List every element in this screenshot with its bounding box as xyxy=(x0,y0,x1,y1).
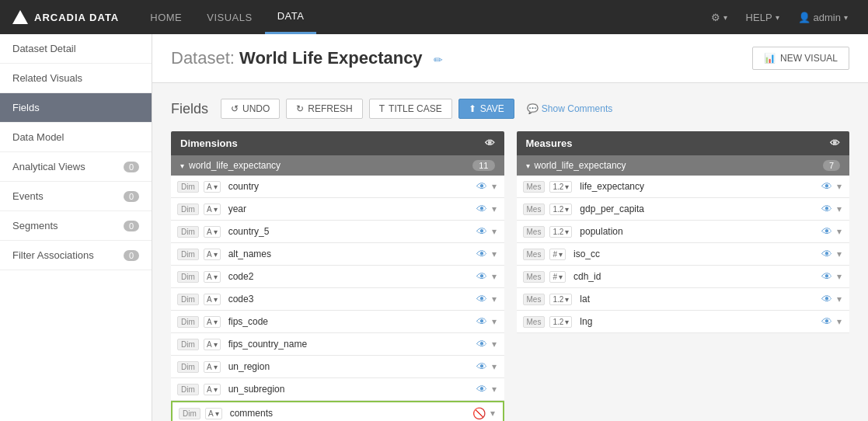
mes-eye-cdh-id[interactable]: 👁 xyxy=(821,270,832,283)
dim-eye-un-subregion[interactable]: 👁 xyxy=(476,383,487,395)
dim-eye-code3[interactable]: 👁 xyxy=(476,293,487,305)
dim-badge-code3: Dim xyxy=(177,294,199,305)
admin-nav-item[interactable]: 👤 admin ▾ xyxy=(790,0,856,34)
dim-eye-year[interactable]: 👁 xyxy=(476,203,487,215)
nav-visuals[interactable]: VISUALS xyxy=(194,0,264,34)
new-visual-button[interactable]: 📊 NEW VISUAL xyxy=(752,47,849,70)
dim-caret-fips-code[interactable]: ▾ xyxy=(490,315,498,329)
mes-badge-lat: Mes xyxy=(523,294,546,305)
dim-subtype-code3[interactable]: A ▾ xyxy=(204,294,221,305)
nav-data[interactable]: DATA xyxy=(265,0,317,34)
refresh-button[interactable]: ↻ REFRESH xyxy=(286,99,362,119)
sidebar-item-events[interactable]: Events 0 xyxy=(0,182,152,211)
dim-eye-fips-country-name[interactable]: 👁 xyxy=(476,338,487,350)
dim-caret-un-region[interactable]: ▾ xyxy=(490,360,498,374)
dim-name-country5: country_5 xyxy=(225,226,472,237)
mes-subtype-life-expectancy[interactable]: 1.2 ▾ xyxy=(549,181,572,193)
save-button[interactable]: ⬆ SAVE xyxy=(458,99,514,119)
dim-eye-country5[interactable]: 👁 xyxy=(476,225,487,238)
show-comments-link[interactable]: 💬 Show Comments xyxy=(527,103,612,114)
sidebar-item-dataset-detail[interactable]: Dataset Detail xyxy=(0,34,152,64)
measures-group-left: ▾ world_life_expectancy xyxy=(526,160,626,171)
dim-subtype-country[interactable]: A ▾ xyxy=(204,181,221,193)
dim-caret-alt-names[interactable]: ▾ xyxy=(490,247,498,261)
mes-subtype-lng[interactable]: 1.2 ▾ xyxy=(549,316,572,328)
dim-eye-country[interactable]: 👁 xyxy=(476,180,487,193)
dim-subtype-un-region[interactable]: A ▾ xyxy=(204,361,221,373)
dimensions-column: Dimensions 👁 ▾ world_life_expectancy 11 … xyxy=(171,131,504,421)
dim-eye-code2[interactable]: 👁 xyxy=(476,270,487,283)
mes-caret-lat[interactable]: ▾ xyxy=(835,292,843,306)
mes-eye-gdp-per-capita[interactable]: 👁 xyxy=(821,203,832,215)
dim-subtype-year[interactable]: A ▾ xyxy=(204,204,221,215)
mes-subtype-population[interactable]: 1.2 ▾ xyxy=(549,226,572,238)
dim-caret-un-subregion[interactable]: ▾ xyxy=(490,382,498,396)
dim-name-fips-country-name: fips_country_name xyxy=(225,339,472,350)
mes-caret-population[interactable]: ▾ xyxy=(835,224,843,238)
dim-name-country: country xyxy=(225,181,472,192)
mes-subtype-iso-cc[interactable]: # ▾ xyxy=(549,249,566,260)
mes-subtype-cdh-id[interactable]: # ▾ xyxy=(549,271,566,283)
title-case-button[interactable]: T TITLE CASE xyxy=(369,99,452,119)
mes-caret-lng[interactable]: ▾ xyxy=(835,315,843,329)
dim-caret-comments[interactable]: ▾ xyxy=(489,406,497,420)
sidebar-item-fields[interactable]: Fields xyxy=(0,93,152,123)
dim-eye-un-region[interactable]: 👁 xyxy=(476,360,487,373)
dim-name-un-subregion: un_subregion xyxy=(225,384,472,395)
mes-caret-cdh-id[interactable]: ▾ xyxy=(835,270,843,284)
page-header: Dataset: World Life Expectancy ✏ 📊 NEW V… xyxy=(152,34,868,83)
dim-actions-country: 👁 ▾ xyxy=(476,179,498,193)
mes-name-population: population xyxy=(577,226,817,237)
sidebar-item-related-visuals[interactable]: Related Visuals xyxy=(0,64,152,93)
dim-row-code2: Dim A ▾ code2 👁 ▾ xyxy=(171,266,504,288)
measures-eye-icon[interactable]: 👁 xyxy=(830,137,840,149)
dim-eye-alt-names[interactable]: 👁 xyxy=(476,248,487,260)
measures-group-caret[interactable]: ▾ xyxy=(526,162,530,170)
help-nav-item[interactable]: HELP ▾ xyxy=(738,0,787,34)
dim-eye-comments[interactable]: 🚫 xyxy=(472,407,486,419)
dim-subtype-fips-country-name[interactable]: A ▾ xyxy=(204,339,221,350)
dim-caret-code3[interactable]: ▾ xyxy=(490,292,498,306)
filter-associations-badge: 0 xyxy=(124,250,139,261)
nav-home[interactable]: HOME xyxy=(138,0,194,34)
mes-eye-population[interactable]: 👁 xyxy=(821,225,832,238)
mes-eye-lng[interactable]: 👁 xyxy=(821,315,832,328)
dim-subtype-comments[interactable]: A ▾ xyxy=(205,408,222,419)
dimensions-group-caret[interactable]: ▾ xyxy=(180,162,184,170)
fields-section: Fields ↺ UNDO ↻ REFRESH T TITLE CASE ⬆ S… xyxy=(152,83,868,421)
save-icon: ⬆ xyxy=(469,103,476,114)
edit-icon[interactable]: ✏ xyxy=(434,54,443,66)
dim-subtype-un-subregion[interactable]: A ▾ xyxy=(204,384,221,395)
dim-eye-fips-code[interactable]: 👁 xyxy=(476,315,487,328)
dim-subtype-fips-code[interactable]: A ▾ xyxy=(204,316,221,328)
sidebar-item-analytical-views[interactable]: Analytical Views 0 xyxy=(0,152,152,182)
dim-caret-country5[interactable]: ▾ xyxy=(490,224,498,238)
user-icon: 👤 xyxy=(798,12,810,23)
sidebar-item-filter-associations[interactable]: Filter Associations 0 xyxy=(0,241,152,270)
mes-subtype-lat[interactable]: 1.2 ▾ xyxy=(549,294,572,305)
mes-eye-life-expectancy[interactable]: 👁 xyxy=(821,180,832,193)
mes-eye-iso-cc[interactable]: 👁 xyxy=(821,248,832,260)
dim-subtype-alt-names[interactable]: A ▾ xyxy=(204,249,221,260)
mes-caret-gdp-per-capita[interactable]: ▾ xyxy=(835,202,843,216)
dimensions-eye-icon[interactable]: 👁 xyxy=(485,137,495,149)
sidebar-item-segments[interactable]: Segments 0 xyxy=(0,211,152,241)
sidebar-item-data-model[interactable]: Data Model xyxy=(0,123,152,152)
mes-actions-gdp-per-capita: 👁 ▾ xyxy=(821,202,843,216)
dim-subtype-code2[interactable]: A ▾ xyxy=(204,271,221,283)
dim-actions-comments: 🚫 ▾ xyxy=(472,406,497,420)
mes-actions-lng: 👁 ▾ xyxy=(821,315,843,329)
mes-caret-iso-cc[interactable]: ▾ xyxy=(835,247,843,261)
dim-subtype-country5[interactable]: A ▾ xyxy=(204,226,221,238)
dim-caret-country[interactable]: ▾ xyxy=(490,179,498,193)
dim-caret-year[interactable]: ▾ xyxy=(490,202,498,216)
dim-caret-code2[interactable]: ▾ xyxy=(490,270,498,284)
undo-button[interactable]: ↺ UNDO xyxy=(221,99,280,119)
dim-actions-un-region: 👁 ▾ xyxy=(476,360,498,374)
dim-caret-fips-country-name[interactable]: ▾ xyxy=(490,337,498,351)
mes-caret-life-expectancy[interactable]: ▾ xyxy=(835,179,843,193)
dimensions-group-row: ▾ world_life_expectancy 11 xyxy=(171,155,504,176)
mes-subtype-gdp-per-capita[interactable]: 1.2 ▾ xyxy=(549,204,572,215)
settings-nav-item[interactable]: ⚙ ▾ xyxy=(703,0,735,34)
mes-eye-lat[interactable]: 👁 xyxy=(821,293,832,305)
